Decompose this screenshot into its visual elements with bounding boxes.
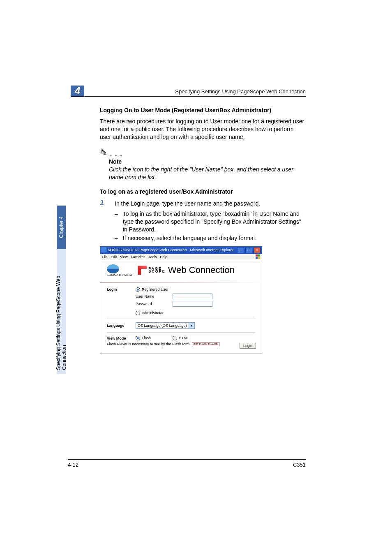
minimize-button[interactable]: – [237, 247, 244, 253]
webpage-body: KONICA MINOLTA PAGE SCOPE Web Connection [100, 260, 262, 354]
web-connection-label: Web Connection [168, 265, 235, 275]
menu-tools[interactable]: Tools [149, 255, 157, 259]
red-rule [100, 282, 262, 282]
administrator-radio[interactable] [136, 311, 140, 315]
close-button[interactable]: × [254, 247, 261, 253]
menu-view[interactable]: View [120, 255, 127, 259]
ie-titlebar: KONICA MINOLTA PageScope Web Connection … [100, 246, 262, 254]
login-section-label: Login [107, 287, 136, 291]
password-input[interactable] [173, 301, 212, 307]
note-block: ✎ . . . Note Click the icon to the right… [100, 148, 306, 181]
username-label: User Name [136, 294, 173, 298]
intro-paragraph: There are two procedures for logging on … [100, 118, 306, 141]
registered-user-radio[interactable] [136, 287, 140, 292]
note-label: Note [109, 158, 306, 165]
get-flash-player-button[interactable]: GET FLASH PLAYER [192, 342, 219, 346]
sub-step-item: – If necessary, select the language and … [115, 234, 306, 242]
header-rule [71, 96, 306, 97]
svg-rect-3 [258, 257, 260, 259]
note-text: Click the icon to the right of the "User… [109, 166, 306, 181]
password-label: Password [136, 302, 173, 306]
content-area: Logging On to User Mode (Registered User… [100, 107, 306, 354]
login-button[interactable]: Login [240, 343, 256, 349]
language-label: Language [107, 324, 136, 328]
ie-app-icon [101, 247, 106, 252]
model-number: C351 [293, 462, 306, 468]
maximize-button[interactable]: □ [245, 247, 252, 253]
svg-rect-1 [258, 254, 260, 257]
sub-step-text: To log in as the box administrator, type… [123, 210, 306, 234]
menu-edit[interactable]: Edit [111, 255, 117, 259]
ie-title-text: KONICA MINOLTA PageScope Web Connection … [108, 248, 233, 252]
page-header: 4 Specifying Settings Using PageScope We… [71, 86, 306, 97]
side-tab: Specifying Settings Using PageScope Web … [57, 206, 66, 374]
section-title: Logging On to User Mode (Registered User… [100, 107, 306, 113]
pagescope-logo: PAGE SCOPE Web Connection [138, 265, 235, 275]
step-text: In the Login page, type the user name an… [115, 200, 260, 208]
embedded-screenshot: KONICA MINOLTA PageScope Web Connection … [100, 246, 262, 354]
dash-bullet: – [115, 234, 118, 242]
chapter-number-badge: 4 [71, 86, 84, 97]
form-divider [107, 332, 255, 333]
note-icon: ✎ . . . [100, 148, 122, 158]
page-number: 4-12 [68, 462, 78, 468]
html-label: HTML [179, 336, 189, 340]
html-radio[interactable] [173, 336, 177, 340]
procedure-title: To log on as a registered user/Box Admin… [100, 188, 306, 195]
svg-rect-2 [256, 257, 258, 259]
side-tab-chapter: Chapter 4 [57, 206, 66, 249]
document-page: 4 Specifying Settings Using PageScope We… [0, 0, 392, 555]
administrator-label: Administrator [142, 311, 164, 315]
footer-rule [68, 459, 306, 460]
konica-minolta-logo: KONICA MINOLTA [107, 264, 132, 276]
viewmode-label: View Mode [107, 336, 136, 340]
flash-label: Flash [142, 336, 151, 340]
running-header-text: Specifying Settings Using PageScope Web … [175, 88, 306, 95]
menu-file[interactable]: File [102, 255, 108, 259]
username-input[interactable] [173, 294, 212, 299]
flash-note-text: Flash Player is necessary to see by the … [107, 342, 191, 346]
windows-flag-icon [256, 254, 261, 259]
form-divider [107, 319, 255, 319]
step-row: 1 In the Login page, type the user name … [100, 200, 306, 208]
sub-step-list: – To log in as the box administrator, ty… [115, 210, 306, 242]
language-value: OS Language (OS Language) [136, 324, 189, 328]
step-number: 1 [100, 199, 106, 208]
sub-step-item: – To log in as the box administrator, ty… [115, 210, 306, 234]
registered-user-label: Registered User [142, 287, 168, 291]
svg-rect-0 [256, 254, 258, 257]
dash-bullet: – [115, 210, 118, 234]
flash-radio[interactable] [136, 336, 140, 340]
chevron-down-icon[interactable]: ▾ [189, 323, 194, 328]
sub-step-text: If necessary, select the language and di… [123, 234, 257, 242]
menu-favorites[interactable]: Favorites [131, 255, 145, 259]
language-select[interactable]: OS Language (OS Language) ▾ [136, 322, 195, 329]
ie-menu-bar: File Edit View Favorites Tools Help [100, 254, 262, 260]
side-tab-title: Specifying Settings Using PageScope Web … [57, 249, 66, 374]
menu-help[interactable]: Help [160, 255, 167, 259]
